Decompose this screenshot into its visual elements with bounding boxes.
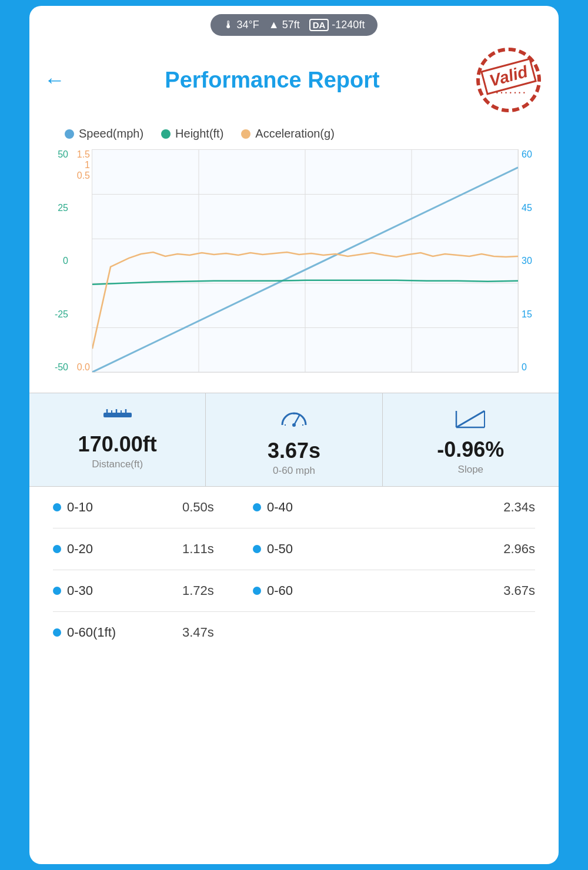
y-height-n50: -50 xyxy=(47,362,68,373)
blue-dot-7 xyxy=(53,628,61,637)
legend-speed: Speed(mph) xyxy=(65,127,143,140)
label-0-40: 0-40 xyxy=(267,500,293,515)
value-0-20: 1.11s xyxy=(182,541,253,557)
slope-label: Slope xyxy=(458,464,483,476)
label-0-60-1ft: 0-60(1ft) xyxy=(67,625,116,640)
speed-row-3: 0-60(1ft) 3.47s xyxy=(53,612,535,653)
label-0-30: 0-30 xyxy=(67,583,93,598)
chart-container: 50 25 0 -25 -50 1.5 1 0.5 0.0 xyxy=(29,149,559,375)
speed-dot xyxy=(65,129,74,139)
blue-dot-4 xyxy=(253,545,261,553)
speed-label-0-20: 0-20 xyxy=(53,541,182,557)
value-0-10: 0.50s xyxy=(182,500,253,515)
altitude-display: ▲ 57ft xyxy=(269,19,300,31)
stamp-inner: Valid • • • • • • • • xyxy=(483,64,534,96)
label-0-60: 0-60 xyxy=(267,583,293,598)
svg-line-16 xyxy=(294,414,300,425)
value-0-60: 3.67s xyxy=(503,583,535,598)
blue-dot xyxy=(53,503,61,511)
page-title: Performance Report xyxy=(165,68,379,93)
label-0-50: 0-50 xyxy=(267,541,293,557)
acceleration-dot xyxy=(241,129,250,139)
y-height-n25: -25 xyxy=(47,309,68,320)
y-height-25: 25 xyxy=(47,203,68,213)
acceleration-label: Acceleration(g) xyxy=(255,127,335,140)
legend-acceleration: Acceleration(g) xyxy=(241,127,335,140)
legend-height: Height(ft) xyxy=(161,127,223,140)
da-display: DA -1240ft xyxy=(309,19,365,31)
status-pill: 🌡 34°F ▲ 57ft DA -1240ft xyxy=(211,14,378,36)
height-dot xyxy=(161,129,171,139)
time-label: 0-60 mph xyxy=(273,465,315,477)
y-speed-15: 15 xyxy=(522,309,541,320)
temperature-display: 🌡 34°F xyxy=(223,19,259,31)
y-accel-1: 1 xyxy=(69,160,90,170)
blue-dot-6 xyxy=(253,587,261,595)
y-speed-0: 0 xyxy=(522,362,541,373)
speed-label-0-60-1ft: 0-60(1ft) xyxy=(53,625,182,640)
y-accel-05: 0.5 xyxy=(69,170,90,181)
stat-time: 3.67s 0-60 mph xyxy=(206,393,382,486)
ruler-icon xyxy=(103,406,132,428)
y-speed-30: 30 xyxy=(522,256,541,266)
stats-section: 170.00ft Distance(ft) 3.67s 0-60 mph xyxy=(29,393,559,487)
value-0-30: 1.72s xyxy=(182,583,253,598)
speed-label-0-50: 0-50 xyxy=(253,541,503,557)
speed-rows: 0-10 0.50s 0-40 2.34s 0-20 1.11s 0-50 2.… xyxy=(29,487,559,653)
y-height-0: 0 xyxy=(47,256,68,266)
speed-label: Speed(mph) xyxy=(79,127,143,140)
blue-dot-5 xyxy=(53,587,61,595)
chart-wrapper: 50 25 0 -25 -50 1.5 1 0.5 0.0 xyxy=(47,149,541,375)
blue-dot-2 xyxy=(253,503,261,511)
chart-legend: Speed(mph) Height(ft) Acceleration(g) xyxy=(29,121,559,146)
y-axis-height: 50 25 0 -25 -50 xyxy=(47,149,69,373)
y-speed-45: 45 xyxy=(522,203,541,213)
distance-value: 170.00ft xyxy=(78,433,157,456)
svg-line-21 xyxy=(456,411,485,427)
slope-icon xyxy=(455,406,486,433)
y-speed-60: 60 xyxy=(522,149,541,160)
y-height-50: 50 xyxy=(47,149,68,160)
altitude-icon: ▲ xyxy=(269,19,279,31)
value-0-50: 2.96s xyxy=(503,541,535,557)
speedometer-icon xyxy=(280,406,308,434)
distance-label: Distance(ft) xyxy=(92,459,143,470)
y-axis-speed: 60 45 30 15 0 xyxy=(519,149,541,373)
temperature-value: 34°F xyxy=(237,19,259,31)
status-bar: 🌡 34°F ▲ 57ft DA -1240ft xyxy=(29,6,559,42)
time-value: 3.67s xyxy=(268,439,320,463)
back-button[interactable]: ← xyxy=(41,66,68,93)
label-0-20: 0-20 xyxy=(67,541,93,557)
header: ← Performance Report Valid • • • • • • •… xyxy=(29,42,559,118)
speed-label-0-10: 0-10 xyxy=(53,500,182,515)
speed-row-1: 0-20 1.11s 0-50 2.96s xyxy=(53,528,535,570)
valid-stamp: Valid • • • • • • • • xyxy=(476,48,541,112)
da-value: -1240ft xyxy=(332,19,365,31)
phone-container: 🌡 34°F ▲ 57ft DA -1240ft ← Performance R… xyxy=(29,6,559,864)
chart-svg xyxy=(92,149,519,373)
value-0-40: 2.34s xyxy=(503,500,535,515)
stat-distance: 170.00ft Distance(ft) xyxy=(29,393,206,486)
value-0-60-1ft: 3.47s xyxy=(182,625,253,640)
speed-row-0: 0-10 0.50s 0-40 2.34s xyxy=(53,487,535,528)
blue-dot-3 xyxy=(53,545,61,553)
altitude-value: 57ft xyxy=(282,19,300,31)
stamp-circle: Valid • • • • • • • • xyxy=(476,48,541,112)
speed-row-2: 0-30 1.72s 0-60 3.67s xyxy=(53,570,535,612)
y-accel-15: 1.5 xyxy=(69,149,90,160)
y-accel-0: 0.0 xyxy=(69,362,90,373)
y-axis-accel: 1.5 1 0.5 0.0 xyxy=(69,149,92,373)
svg-rect-10 xyxy=(103,413,132,417)
stat-slope: -0.96% Slope xyxy=(383,393,559,486)
thermometer-icon: 🌡 xyxy=(223,19,234,31)
svg-point-17 xyxy=(292,423,296,427)
da-badge: DA xyxy=(309,19,329,31)
speed-label-0-60: 0-60 xyxy=(253,583,503,598)
chart-svg-container xyxy=(92,149,519,375)
slope-value: -0.96% xyxy=(437,438,504,461)
label-0-10: 0-10 xyxy=(67,500,93,515)
height-label: Height(ft) xyxy=(175,127,223,140)
speed-label-0-40: 0-40 xyxy=(253,500,503,515)
speed-label-0-30: 0-30 xyxy=(53,583,182,598)
